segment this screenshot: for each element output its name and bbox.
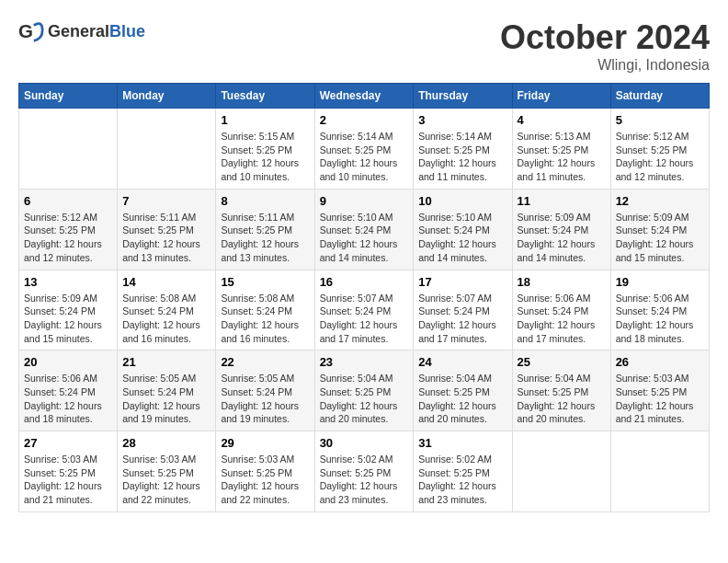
day-info: Sunrise: 5:06 AM Sunset: 5:24 PM Dayligh… xyxy=(616,292,704,346)
day-number: 30 xyxy=(320,436,409,450)
day-info: Sunrise: 5:11 AM Sunset: 5:25 PM Dayligh… xyxy=(122,211,210,265)
daylight: Daylight: 12 hours and 15 minutes. xyxy=(24,319,102,344)
calendar-day-cell: 17 Sunrise: 5:07 AM Sunset: 5:24 PM Dayl… xyxy=(414,270,512,350)
daylight: Daylight: 12 hours and 12 minutes. xyxy=(616,157,694,182)
sunset: Sunset: 5:25 PM xyxy=(221,467,292,478)
day-info: Sunrise: 5:11 AM Sunset: 5:25 PM Dayligh… xyxy=(221,211,309,265)
day-number: 18 xyxy=(518,275,606,289)
day-info: Sunrise: 5:06 AM Sunset: 5:24 PM Dayligh… xyxy=(518,292,606,346)
col-tuesday: Tuesday xyxy=(216,84,314,109)
day-info: Sunrise: 5:05 AM Sunset: 5:24 PM Dayligh… xyxy=(221,372,309,426)
calendar-day-cell: 8 Sunrise: 5:11 AM Sunset: 5:25 PM Dayli… xyxy=(216,189,314,270)
sunset: Sunset: 5:25 PM xyxy=(518,386,589,397)
sunrise: Sunrise: 5:04 AM xyxy=(320,373,393,384)
calendar-day-cell: 26 Sunrise: 5:03 AM Sunset: 5:25 PM Dayl… xyxy=(610,350,709,431)
svg-text:G: G xyxy=(18,20,33,41)
sunset: Sunset: 5:25 PM xyxy=(221,224,292,236)
calendar-header-row: Sunday Monday Tuesday Wednesday Thursday… xyxy=(19,84,710,109)
sunset: Sunset: 5:24 PM xyxy=(320,305,392,316)
day-info: Sunrise: 5:06 AM Sunset: 5:24 PM Dayligh… xyxy=(24,372,112,426)
day-number: 5 xyxy=(616,113,704,127)
sunrise: Sunrise: 5:09 AM xyxy=(24,293,97,304)
calendar-day-cell: 29 Sunrise: 5:03 AM Sunset: 5:25 PM Dayl… xyxy=(216,431,314,512)
sunset: Sunset: 5:24 PM xyxy=(221,305,292,316)
day-info: Sunrise: 5:13 AM Sunset: 5:25 PM Dayligh… xyxy=(518,130,606,184)
calendar-day-cell: 11 Sunrise: 5:09 AM Sunset: 5:24 PM Dayl… xyxy=(512,189,610,270)
day-info: Sunrise: 5:12 AM Sunset: 5:25 PM Dayligh… xyxy=(616,130,704,184)
daylight: Daylight: 12 hours and 16 minutes. xyxy=(122,319,200,344)
day-number: 13 xyxy=(24,275,112,289)
sunrise: Sunrise: 5:05 AM xyxy=(122,373,196,384)
sunset: Sunset: 5:24 PM xyxy=(24,386,96,397)
sunset: Sunset: 5:24 PM xyxy=(616,224,688,236)
daylight: Daylight: 12 hours and 15 minutes. xyxy=(616,238,694,263)
sunset: Sunset: 5:24 PM xyxy=(418,224,490,236)
daylight: Daylight: 12 hours and 23 minutes. xyxy=(320,480,398,505)
sunrise: Sunrise: 5:09 AM xyxy=(518,212,591,223)
daylight: Daylight: 12 hours and 12 minutes. xyxy=(24,238,102,263)
daylight: Daylight: 12 hours and 14 minutes. xyxy=(418,238,496,263)
col-sunday: Sunday xyxy=(19,84,118,109)
logo-general: General xyxy=(48,22,109,40)
calendar-day-cell: 4 Sunrise: 5:13 AM Sunset: 5:25 PM Dayli… xyxy=(512,109,610,190)
day-number: 29 xyxy=(221,436,309,450)
day-number: 1 xyxy=(221,113,309,127)
col-monday: Monday xyxy=(118,84,216,109)
calendar-day-cell: 23 Sunrise: 5:04 AM Sunset: 5:25 PM Dayl… xyxy=(314,350,414,431)
calendar-day-cell xyxy=(512,431,610,512)
day-info: Sunrise: 5:09 AM Sunset: 5:24 PM Dayligh… xyxy=(518,211,606,265)
calendar-week-row: 13 Sunrise: 5:09 AM Sunset: 5:24 PM Dayl… xyxy=(19,270,710,350)
daylight: Daylight: 12 hours and 13 minutes. xyxy=(221,238,299,263)
calendar-week-row: 6 Sunrise: 5:12 AM Sunset: 5:25 PM Dayli… xyxy=(19,189,710,270)
daylight: Daylight: 12 hours and 11 minutes. xyxy=(518,157,596,182)
daylight: Daylight: 12 hours and 10 minutes. xyxy=(221,157,299,182)
daylight: Daylight: 12 hours and 20 minutes. xyxy=(320,400,398,425)
sunrise: Sunrise: 5:03 AM xyxy=(221,454,294,465)
day-number: 12 xyxy=(616,194,704,208)
day-info: Sunrise: 5:03 AM Sunset: 5:25 PM Dayligh… xyxy=(122,453,210,507)
sunset: Sunset: 5:25 PM xyxy=(418,386,490,397)
sunset: Sunset: 5:25 PM xyxy=(518,144,589,155)
sunset: Sunset: 5:24 PM xyxy=(418,305,490,316)
day-info: Sunrise: 5:14 AM Sunset: 5:25 PM Dayligh… xyxy=(418,130,506,184)
day-number: 19 xyxy=(616,275,704,289)
logo-icon: G xyxy=(18,18,44,44)
day-info: Sunrise: 5:07 AM Sunset: 5:24 PM Dayligh… xyxy=(418,292,506,346)
col-wednesday: Wednesday xyxy=(314,84,414,109)
daylight: Daylight: 12 hours and 19 minutes. xyxy=(221,400,299,425)
sunrise: Sunrise: 5:06 AM xyxy=(24,373,97,384)
day-info: Sunrise: 5:10 AM Sunset: 5:24 PM Dayligh… xyxy=(418,211,506,265)
daylight: Daylight: 12 hours and 22 minutes. xyxy=(221,480,299,505)
daylight: Daylight: 12 hours and 22 minutes. xyxy=(122,480,200,505)
day-number: 6 xyxy=(24,194,112,208)
day-info: Sunrise: 5:15 AM Sunset: 5:25 PM Dayligh… xyxy=(221,130,309,184)
sunset: Sunset: 5:25 PM xyxy=(221,144,292,155)
daylight: Daylight: 12 hours and 17 minutes. xyxy=(418,319,496,344)
sunrise: Sunrise: 5:12 AM xyxy=(24,212,97,223)
calendar-day-cell: 28 Sunrise: 5:03 AM Sunset: 5:25 PM Dayl… xyxy=(118,431,216,512)
day-number: 16 xyxy=(320,275,409,289)
logo: G GeneralBlue xyxy=(18,18,145,44)
sunset: Sunset: 5:24 PM xyxy=(122,386,194,397)
day-number: 4 xyxy=(518,113,606,127)
sunrise: Sunrise: 5:08 AM xyxy=(122,293,196,304)
day-info: Sunrise: 5:04 AM Sunset: 5:25 PM Dayligh… xyxy=(418,372,506,426)
day-info: Sunrise: 5:03 AM Sunset: 5:25 PM Dayligh… xyxy=(221,453,309,507)
day-info: Sunrise: 5:02 AM Sunset: 5:25 PM Dayligh… xyxy=(320,453,409,507)
sunrise: Sunrise: 5:11 AM xyxy=(122,212,196,223)
calendar-day-cell xyxy=(118,109,216,190)
day-number: 9 xyxy=(320,194,409,208)
sunset: Sunset: 5:24 PM xyxy=(518,224,589,236)
daylight: Daylight: 12 hours and 10 minutes. xyxy=(320,157,398,182)
daylight: Daylight: 12 hours and 14 minutes. xyxy=(518,238,596,263)
daylight: Daylight: 12 hours and 17 minutes. xyxy=(518,319,596,344)
day-info: Sunrise: 5:08 AM Sunset: 5:24 PM Dayligh… xyxy=(221,292,309,346)
day-info: Sunrise: 5:03 AM Sunset: 5:25 PM Dayligh… xyxy=(24,453,112,507)
sunrise: Sunrise: 5:04 AM xyxy=(418,373,492,384)
sunrise: Sunrise: 5:06 AM xyxy=(518,293,591,304)
daylight: Daylight: 12 hours and 11 minutes. xyxy=(418,157,496,182)
day-number: 26 xyxy=(616,355,704,369)
sunset: Sunset: 5:25 PM xyxy=(122,224,194,236)
sunset: Sunset: 5:24 PM xyxy=(122,305,194,316)
title-block: October 2024 Wlingi, Indonesia xyxy=(500,18,710,74)
